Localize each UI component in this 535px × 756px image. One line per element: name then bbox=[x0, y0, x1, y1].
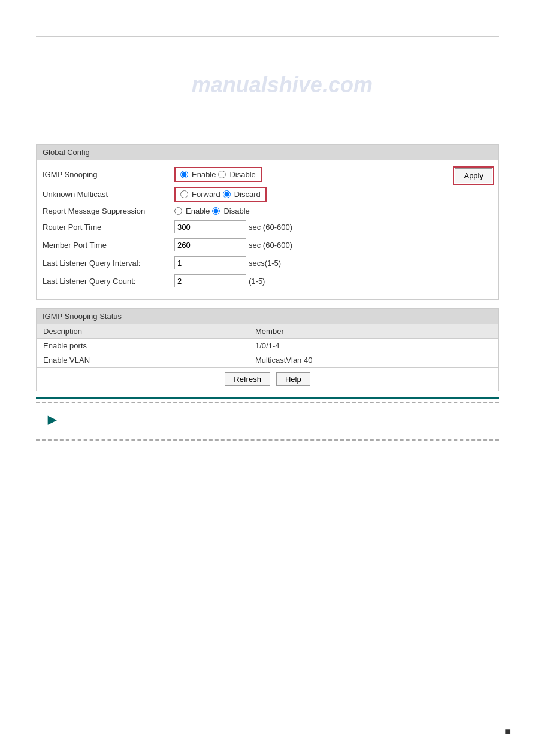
form-rows-with-apply: IGMP Snooping Enable Disable Unknown Mul… bbox=[43, 167, 492, 292]
report-suppression-radio-group: Enable Disable bbox=[174, 207, 250, 215]
unknown-multicast-label: Unknown Multicast bbox=[43, 190, 174, 199]
bottom-teal-divider bbox=[36, 397, 499, 399]
enable-ports-member: 1/0/1-4 bbox=[249, 339, 498, 353]
col-member: Member bbox=[249, 324, 498, 339]
watermark: manualshive.com bbox=[192, 72, 373, 98]
router-port-time-label: Router Port Time bbox=[43, 223, 174, 232]
dashed-note-section: ◀ bbox=[36, 402, 499, 441]
igmp-snooping-row: IGMP Snooping Enable Disable bbox=[43, 167, 443, 182]
report-suppression-label: Report Message Suppression bbox=[43, 207, 174, 215]
table-header-row: Description Member bbox=[37, 324, 498, 339]
last-listener-interval-input[interactable] bbox=[174, 256, 246, 269]
router-port-time-input[interactable] bbox=[174, 220, 246, 233]
igmp-snooping-disable-radio[interactable] bbox=[218, 171, 226, 178]
note-icon: ◀ bbox=[48, 414, 57, 429]
router-port-time-row: Router Port Time sec (60-600) bbox=[43, 220, 443, 233]
global-config-body: IGMP Snooping Enable Disable Unknown Mul… bbox=[37, 160, 498, 299]
last-listener-interval-row: Last Listener Query Interval: secs(1-5) bbox=[43, 256, 443, 269]
report-suppression-enable-radio[interactable] bbox=[174, 207, 182, 215]
enable-vlan-member: MulticastVlan 40 bbox=[249, 353, 498, 368]
help-button[interactable]: Help bbox=[276, 372, 310, 386]
bottom-dot: ■ bbox=[504, 725, 511, 738]
igmp-status-table: Description Member Enable ports 1/0/1-4 … bbox=[37, 324, 498, 368]
igmp-snooping-enable-radio[interactable] bbox=[180, 171, 188, 178]
unknown-multicast-forward-radio[interactable] bbox=[180, 190, 188, 198]
member-port-time-input[interactable] bbox=[174, 238, 246, 251]
top-divider bbox=[36, 36, 499, 37]
last-listener-interval-unit: secs(1-5) bbox=[249, 259, 281, 268]
unknown-multicast-discard-radio[interactable] bbox=[223, 190, 231, 198]
router-port-time-unit: sec (60-600) bbox=[249, 223, 292, 232]
unknown-multicast-radio-group: Forward Discard bbox=[174, 187, 267, 202]
igmp-snooping-disable-label: Disable bbox=[229, 170, 255, 179]
last-listener-interval-label: Last Listener Query Interval: bbox=[43, 259, 174, 268]
apply-button[interactable]: Apply bbox=[455, 168, 492, 183]
col-description: Description bbox=[37, 324, 249, 339]
member-port-time-unit: sec (60-600) bbox=[249, 241, 292, 250]
report-suppression-row: Report Message Suppression Enable Disabl… bbox=[43, 207, 443, 215]
form-fields-col: IGMP Snooping Enable Disable Unknown Mul… bbox=[43, 167, 443, 292]
last-listener-count-label: Last Listener Query Count: bbox=[43, 277, 174, 286]
igmp-snooping-radio-group: Enable Disable bbox=[174, 167, 262, 182]
report-suppression-enable-label: Enable bbox=[186, 207, 210, 215]
igmp-status-section: IGMP Snooping Status Description Member … bbox=[36, 308, 499, 391]
last-listener-count-row: Last Listener Query Count: (1-5) bbox=[43, 274, 443, 287]
enable-ports-description: Enable ports bbox=[37, 339, 249, 353]
last-listener-count-unit: (1-5) bbox=[249, 277, 265, 286]
table-row: Enable VLAN MulticastVlan 40 bbox=[37, 353, 498, 368]
report-suppression-disable-radio[interactable] bbox=[212, 207, 220, 215]
member-port-time-row: Member Port Time sec (60-600) bbox=[43, 238, 443, 251]
btn-row: Refresh Help bbox=[37, 368, 498, 391]
table-row: Enable ports 1/0/1-4 bbox=[37, 339, 498, 353]
last-listener-count-input[interactable] bbox=[174, 274, 246, 287]
igmp-snooping-enable-label: Enable bbox=[192, 170, 216, 179]
unknown-multicast-discard-label: Discard bbox=[234, 190, 261, 199]
refresh-button[interactable]: Refresh bbox=[225, 372, 270, 386]
global-config-section: Global Config IGMP Snooping Enable Disab… bbox=[36, 144, 499, 300]
unknown-multicast-forward-label: Forward bbox=[192, 190, 220, 199]
unknown-multicast-row: Unknown Multicast Forward Discard bbox=[43, 187, 443, 202]
member-port-time-label: Member Port Time bbox=[43, 241, 174, 250]
igmp-snooping-label: IGMP Snooping bbox=[43, 170, 174, 179]
report-suppression-disable-label: Disable bbox=[223, 207, 249, 215]
enable-vlan-description: Enable VLAN bbox=[37, 353, 249, 368]
page-wrapper: manualshive.com Global Config IGMP Snoop… bbox=[0, 0, 535, 756]
igmp-status-header: IGMP Snooping Status bbox=[37, 309, 498, 324]
apply-col: Apply bbox=[455, 167, 492, 183]
global-config-header: Global Config bbox=[37, 145, 498, 160]
